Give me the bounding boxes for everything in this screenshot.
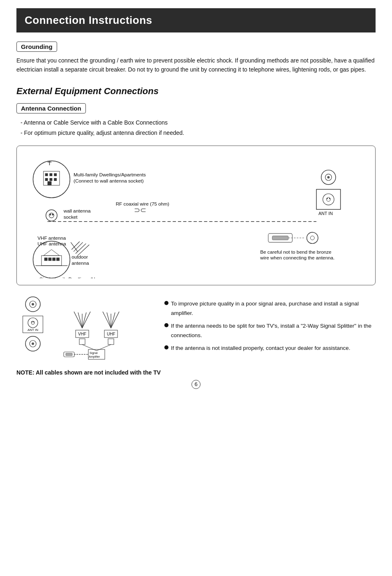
svg-rect-8 xyxy=(48,181,52,185)
svg-line-75 xyxy=(111,312,115,328)
external-title: External Equipment Connections xyxy=(16,86,376,97)
antenna-diagram-svg: Multi-family Dwellings/Apartments (Conne… xyxy=(23,153,369,278)
svg-text:Be careful not to bend the bro: Be careful not to bend the bronze xyxy=(260,249,331,254)
grounding-label: Grounding xyxy=(16,42,57,52)
bullet-dot-2 xyxy=(164,323,168,327)
svg-point-43 xyxy=(327,176,330,178)
bullet-text-1: To improve picture quality in a poor sig… xyxy=(171,299,376,318)
svg-rect-90 xyxy=(66,353,72,356)
svg-rect-6 xyxy=(49,178,52,181)
bullet-item-1: To improve picture quality in a poor sig… xyxy=(164,299,376,318)
antenna-bullet2: - For optimum picture quality, adjust an… xyxy=(21,128,376,138)
bullet-text-3: If the antenna is not installed properly… xyxy=(171,344,350,353)
svg-text:(Connect to wall antenna socke: (Connect to wall antenna socket) xyxy=(74,178,144,183)
svg-rect-36 xyxy=(56,258,60,261)
page-number-container: 6 xyxy=(16,380,376,389)
svg-point-66 xyxy=(32,342,34,345)
svg-rect-5 xyxy=(45,178,48,181)
svg-point-45 xyxy=(323,194,334,205)
svg-text:VHF: VHF xyxy=(78,332,86,336)
svg-text:antenna: antenna xyxy=(71,260,89,266)
svg-line-68 xyxy=(78,312,82,328)
svg-text:UHF: UHF xyxy=(107,332,115,336)
svg-point-62 xyxy=(32,321,32,322)
svg-point-54 xyxy=(310,236,314,240)
svg-line-83 xyxy=(82,345,97,351)
svg-rect-81 xyxy=(79,339,85,345)
ant-in-label: ANT IN xyxy=(28,328,38,332)
svg-line-25 xyxy=(74,243,83,252)
svg-line-71 xyxy=(82,312,90,328)
bullet-dot-1 xyxy=(164,301,168,305)
svg-point-11 xyxy=(46,210,57,221)
bullet-item-3: If the antenna is not installed properly… xyxy=(164,344,376,353)
antenna-diagram-box: Multi-family Dwellings/Apartments (Conne… xyxy=(16,146,376,285)
svg-text:Single-family Dwellings /House: Single-family Dwellings /Houses xyxy=(39,276,108,278)
svg-text:wall antenna: wall antenna xyxy=(63,208,91,213)
svg-text:outdoor: outdoor xyxy=(71,254,88,259)
svg-point-47 xyxy=(327,198,328,199)
antenna-label: Antenna Connection xyxy=(16,103,86,113)
header-title: Connection Instructions xyxy=(25,14,152,26)
svg-rect-7 xyxy=(54,178,57,181)
svg-rect-51 xyxy=(272,236,288,240)
svg-line-73 xyxy=(107,312,111,328)
svg-point-59 xyxy=(32,303,34,305)
header-bar: Connection Instructions xyxy=(16,8,376,32)
svg-text:⊃⊂: ⊃⊂ xyxy=(134,206,146,214)
svg-line-67 xyxy=(74,312,82,328)
svg-text:Amplifier: Amplifier xyxy=(89,355,100,359)
svg-text:socket: socket xyxy=(64,214,78,220)
svg-point-48 xyxy=(329,198,330,199)
svg-line-72 xyxy=(103,312,111,328)
svg-rect-33 xyxy=(44,258,48,261)
svg-text:VHF antenna: VHF antenna xyxy=(37,235,66,241)
svg-point-14 xyxy=(52,214,53,215)
bullet-text-2: If the antenna needs to be split for two… xyxy=(171,322,376,340)
grounding-text: Ensure that you connect the grounding / … xyxy=(16,56,376,74)
svg-rect-3 xyxy=(49,173,52,176)
svg-point-53 xyxy=(307,232,318,243)
svg-text:Multi-family Dwellings/Apartme: Multi-family Dwellings/Apartments xyxy=(74,172,146,177)
grounding-section: Grounding Ensure that you connect the gr… xyxy=(16,42,376,74)
page: Connection Instructions Grounding Ensure… xyxy=(0,0,392,576)
svg-text:RF coaxial wire (75 ohm): RF coaxial wire (75 ohm) xyxy=(116,201,169,206)
antenna-bullets: - Antenna or Cable Service with a Cable … xyxy=(21,118,376,138)
page-number: 6 xyxy=(191,380,201,389)
svg-rect-2 xyxy=(45,173,48,176)
vhf-uhf-diagram: VHF UHF Signal Amplifier xyxy=(58,308,156,361)
svg-line-76 xyxy=(111,312,119,328)
svg-line-28 xyxy=(71,243,78,252)
svg-rect-44 xyxy=(316,190,341,210)
antenna-bullet1: - Antenna or Cable Service with a Cable … xyxy=(21,118,376,128)
svg-line-24 xyxy=(71,242,80,250)
svg-text:wire when connecting the anten: wire when connecting the antenna. xyxy=(260,255,334,261)
note-text: NOTE: All cables shown are not included … xyxy=(16,369,376,376)
ant-in-stack: ANT IN xyxy=(16,295,49,353)
bullet-dot-3 xyxy=(164,345,168,349)
svg-line-84 xyxy=(97,345,111,351)
svg-marker-31 xyxy=(44,250,60,256)
vhf-uhf-section: VHF UHF Signal Amplifier xyxy=(58,295,156,361)
svg-text:ANT IN: ANT IN xyxy=(318,211,333,216)
external-section: External Equipment Connections Antenna C… xyxy=(16,86,376,389)
svg-point-46 xyxy=(326,197,330,201)
antenna-section: Antenna Connection - Antenna or Cable Se… xyxy=(16,103,376,138)
svg-point-60 xyxy=(28,318,38,328)
bullet-points: To improve picture quality in a poor sig… xyxy=(164,295,376,356)
svg-rect-4 xyxy=(54,173,57,176)
ant-connector-bottom xyxy=(24,335,42,353)
svg-line-70 xyxy=(82,312,86,328)
svg-rect-82 xyxy=(108,339,114,345)
bottom-diagram: ANT IN xyxy=(16,295,376,361)
svg-rect-35 xyxy=(52,258,55,261)
ant-connector-top xyxy=(24,295,42,313)
svg-rect-34 xyxy=(48,258,52,261)
svg-point-12 xyxy=(49,213,54,218)
svg-line-26 xyxy=(76,244,86,254)
svg-point-63 xyxy=(33,321,34,322)
svg-point-13 xyxy=(49,214,51,215)
bullet-item-2: If the antenna needs to be split for two… xyxy=(164,322,376,340)
ant-in-connector xyxy=(25,317,40,328)
svg-text:Signal: Signal xyxy=(90,352,98,355)
